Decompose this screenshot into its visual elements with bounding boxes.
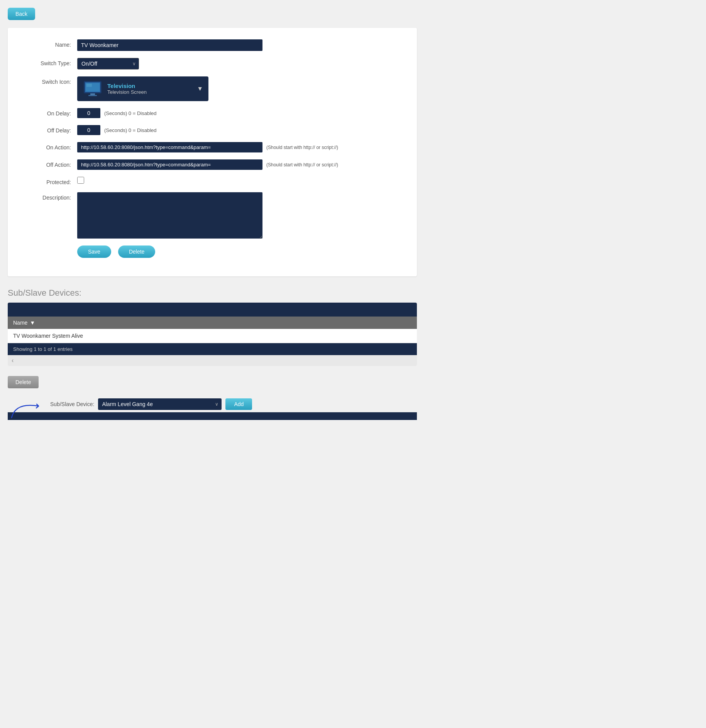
subslave-device-label: Sub/Slave Device:	[50, 401, 94, 407]
on-delay-row: On Delay: (Seconds) 0 = Disabled	[23, 108, 401, 118]
protected-control	[77, 177, 401, 184]
form-card: Name: Switch Type: On/Off Switch Icon:	[8, 28, 417, 276]
name-control	[77, 39, 401, 51]
on-delay-input[interactable]	[77, 108, 100, 118]
on-delay-label: On Delay:	[23, 108, 77, 117]
subslave-select-wrapper: Alarm Level Gang 4e	[98, 398, 222, 410]
table-footer: Showing 1 to 1 of 1 entries	[8, 343, 417, 355]
on-action-row: On Action: (Should start with http:// or…	[23, 142, 401, 152]
sort-arrow-icon[interactable]: ▼	[30, 320, 35, 326]
description-textarea[interactable]	[77, 192, 262, 239]
switch-type-select[interactable]: On/Off	[77, 58, 139, 69]
switch-icon-text: Television Television Screen	[107, 83, 147, 95]
subslave-section-title: Sub/Slave Devices:	[8, 288, 417, 298]
subslave-device-row: Sub/Slave Device: Alarm Level Gang 4e Ad…	[8, 398, 417, 410]
form-actions: Save Delete	[77, 245, 401, 258]
save-button[interactable]: Save	[77, 245, 111, 258]
table-header-dark	[8, 303, 417, 317]
off-action-label: Off Action:	[23, 159, 77, 168]
back-button[interactable]: Back	[8, 8, 35, 20]
svg-rect-5	[88, 95, 97, 96]
off-delay-input[interactable]	[77, 125, 100, 135]
off-delay-label: Off Delay:	[23, 125, 77, 134]
on-action-control: (Should start with http:// or script://)	[77, 142, 401, 152]
switch-type-select-wrapper: On/Off	[77, 58, 139, 69]
on-action-input[interactable]	[77, 142, 262, 152]
off-action-input[interactable]	[77, 159, 262, 170]
tv-icon	[83, 80, 103, 97]
switch-icon-control: Television Television Screen ▼	[77, 76, 401, 101]
off-delay-control: (Seconds) 0 = Disabled	[77, 125, 401, 135]
switch-icon-label: Switch Icon:	[23, 76, 77, 85]
form-actions-spacer	[23, 245, 77, 248]
annotation-arrow	[8, 398, 54, 422]
subslave-device-select[interactable]: Alarm Level Gang 4e	[98, 398, 222, 410]
off-action-hint: (Should start with http:// or script://)	[266, 162, 338, 168]
chevron-down-icon: ▼	[197, 85, 203, 92]
description-label: Description:	[23, 192, 77, 201]
showing-text: Showing 1 to 1 of 1 entries	[13, 346, 73, 352]
switch-type-control: On/Off	[77, 58, 401, 69]
on-action-hint: (Should start with http:// or script://)	[266, 145, 338, 150]
off-delay-hint: (Seconds) 0 = Disabled	[104, 127, 157, 133]
switch-icon-row: Switch Icon:	[23, 76, 401, 101]
off-delay-row: Off Delay: (Seconds) 0 = Disabled	[23, 125, 401, 135]
switch-type-label: Switch Type:	[23, 58, 77, 66]
switch-icon-title: Television	[107, 83, 147, 89]
name-row: Name:	[23, 39, 401, 51]
on-delay-control: (Seconds) 0 = Disabled	[77, 108, 401, 118]
description-row: Description:	[23, 192, 401, 239]
col-name-label: Name	[13, 320, 27, 326]
table-nav-row: ‹	[8, 355, 417, 366]
switch-icon-dropdown[interactable]: Television Television Screen ▼	[77, 76, 208, 101]
delete-button[interactable]: Delete	[118, 245, 155, 258]
bottom-dark-bar	[8, 412, 417, 420]
table-row: TV Woonkamer System Alive	[8, 329, 417, 343]
protected-checkbox[interactable]	[77, 177, 84, 184]
off-action-control: (Should start with http:// or script://)	[77, 159, 401, 170]
svg-rect-3	[86, 84, 92, 87]
name-input[interactable]	[77, 39, 262, 51]
switch-type-row: Switch Type: On/Off	[23, 58, 401, 69]
add-button[interactable]: Add	[225, 398, 252, 410]
on-delay-hint: (Seconds) 0 = Disabled	[104, 110, 157, 116]
subslave-table: Name ▼ TV Woonkamer System Alive Showing…	[8, 303, 417, 366]
switch-icon-subtitle: Television Screen	[107, 89, 147, 95]
name-label: Name:	[23, 39, 77, 48]
off-action-row: Off Action: (Should start with http:// o…	[23, 159, 401, 170]
on-action-label: On Action:	[23, 142, 77, 151]
protected-label: Protected:	[23, 177, 77, 185]
prev-arrow-icon[interactable]: ‹	[12, 357, 14, 364]
form-actions-row: Save Delete	[23, 245, 401, 258]
description-control	[77, 192, 401, 239]
table-col-header: Name ▼	[8, 317, 417, 329]
protected-row: Protected:	[23, 177, 401, 185]
table-row-name: TV Woonkamer System Alive	[13, 333, 83, 339]
subslave-delete-button[interactable]: Delete	[8, 376, 39, 388]
svg-rect-4	[90, 93, 95, 95]
